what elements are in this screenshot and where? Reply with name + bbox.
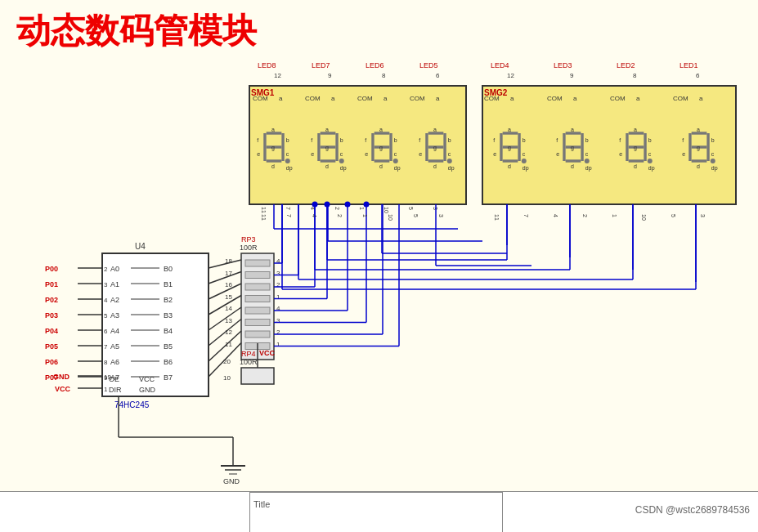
title-box-label: Title [253,499,270,509]
bottom-border: Title CSDN @wstc2689784536 [0,491,758,532]
wiring-diagram [0,0,758,532]
page-title: 动态数码管模块 [16,8,257,54]
watermark: CSDN @wstc2689784536 [635,504,750,516]
title-box: Title [249,492,503,532]
